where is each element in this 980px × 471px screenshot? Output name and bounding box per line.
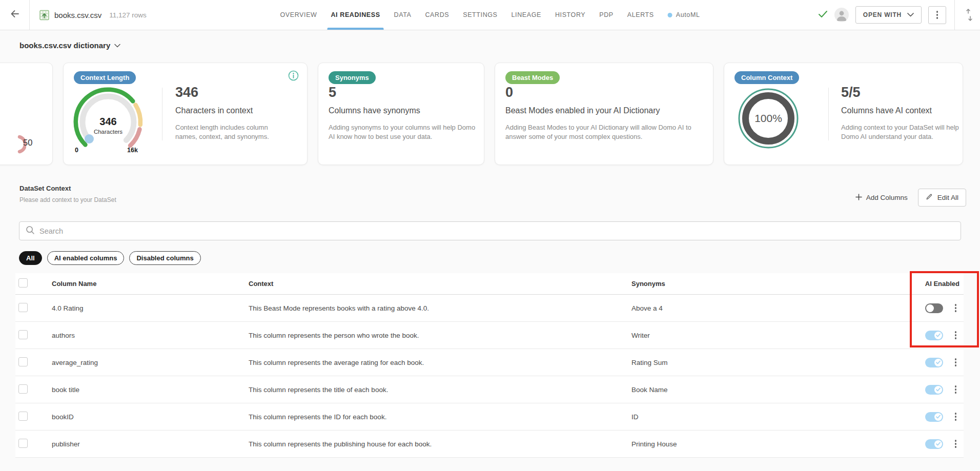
row-checkbox[interactable]: [18, 412, 28, 421]
ai-enabled-toggle[interactable]: [925, 303, 943, 313]
row-menu-kebab-icon[interactable]: [954, 439, 958, 449]
gauge-axis-min: 0: [75, 147, 78, 154]
dataset-context-actions: Add Columns Edit All: [855, 189, 966, 206]
tab-overview[interactable]: OVERVIEW: [280, 0, 317, 30]
column-context-stats: 5/5 Columns have AI context Adding conte…: [841, 86, 962, 141]
row-menu-kebab-icon[interactable]: [954, 357, 958, 367]
partial-gauge-value: 50: [23, 138, 32, 148]
tab-lineage[interactable]: LINEAGE: [512, 0, 541, 30]
tab-label: SETTINGS: [463, 11, 497, 18]
summary-card-beast-modes: Beast Modes 0 Beast Modes enabled in you…: [495, 63, 713, 165]
section-title: DataSet Context: [19, 185, 116, 192]
filter-pill-ai-enabled-columns[interactable]: AI enabled columns: [47, 251, 125, 265]
stat-value: 5: [329, 86, 478, 99]
row-checkbox[interactable]: [18, 357, 28, 366]
row-menu-kebab-icon[interactable]: [954, 330, 958, 340]
synonyms-cell: Book Name: [629, 386, 906, 394]
filter-pill-all[interactable]: All: [19, 251, 42, 265]
row-checkbox[interactable]: [18, 439, 28, 448]
ai-enabled-toggle[interactable]: [925, 331, 943, 340]
ai-enabled-cell: [906, 330, 964, 340]
ai-enabled-toggle[interactable]: [925, 358, 943, 367]
edit-all-button[interactable]: Edit All: [918, 189, 966, 207]
user-avatar[interactable]: [834, 8, 849, 22]
column-name-cell: publisher: [49, 440, 246, 448]
tab-automl[interactable]: AutoML: [668, 0, 700, 30]
column-context-donut: 100%: [737, 87, 800, 150]
row-menu-kebab-icon[interactable]: [954, 303, 958, 313]
column-header-synonyms: Synonyms: [629, 280, 906, 288]
column-header-name: Column Name: [49, 280, 246, 288]
card-divider: [828, 88, 829, 140]
stat-label: Beast Modes enabled in your AI Dictionar…: [505, 106, 709, 115]
row-checkbox[interactable]: [18, 384, 28, 394]
info-icon[interactable]: [288, 70, 299, 83]
ai-enabled-cell: [906, 439, 964, 449]
ai-enabled-cell: [906, 384, 964, 395]
tab-alerts[interactable]: ALERTS: [627, 0, 654, 30]
gauge-axis-max: 16k: [127, 147, 138, 154]
summary-card-partial: 50: [0, 63, 53, 165]
filter-pills: AllAI enabled columnsDisabled columns: [19, 251, 201, 265]
table-row-authors: authorsThis column represents the person…: [15, 322, 964, 349]
tab-label: AutoML: [676, 11, 700, 18]
tab-ai-readiness[interactable]: AI READINESS: [331, 0, 380, 30]
stat-description: Adding context to your DataSet will help…: [841, 123, 962, 141]
dataset-context-header: DataSet Context Please add context to yo…: [19, 185, 116, 203]
column-name-cell: 4.0 Rating: [49, 304, 246, 312]
context-cell: This column represents the publishing ho…: [246, 440, 629, 448]
ai-enabled-toggle[interactable]: [925, 385, 943, 395]
synonyms-cell: Rating Sum: [629, 359, 906, 366]
tab-label: OVERVIEW: [280, 11, 317, 18]
tab-label: ALERTS: [627, 11, 654, 18]
tab-label: AI READINESS: [331, 11, 380, 18]
page-title: books.csv.csv dictionary: [19, 41, 110, 50]
filter-pill-disabled-columns[interactable]: Disabled columns: [129, 251, 200, 265]
top-bar-left: books.csv.csv 11,127 rows: [0, 0, 147, 30]
row-menu-kebab-icon[interactable]: [954, 384, 958, 395]
more-options-button[interactable]: [928, 6, 946, 24]
ai-enabled-toggle[interactable]: [925, 412, 943, 422]
stat-label: Characters in context: [175, 106, 294, 115]
pencil-icon: [926, 193, 933, 202]
back-button[interactable]: [0, 0, 30, 30]
ai-enabled-cell: [906, 412, 964, 422]
kebab-icon: [935, 10, 940, 20]
plus-icon: [855, 194, 862, 202]
context-cell: This Beast Mode represents books with a …: [246, 304, 629, 312]
summary-cards-row: 50 Context Length 346 Characters 0 16k 3…: [0, 63, 980, 165]
toggle-check-icon: [936, 360, 941, 364]
stat-value: 5/5: [841, 86, 962, 99]
search-input[interactable]: [39, 227, 954, 235]
tab-history[interactable]: HISTORY: [555, 0, 585, 30]
summary-card-synonyms: Synonyms 5 Columns have synonyms Adding …: [318, 63, 484, 165]
chevron-down-icon: [114, 40, 120, 50]
row-checkbox[interactable]: [18, 303, 28, 312]
dictionary-title-row[interactable]: books.csv.csv dictionary: [19, 40, 120, 50]
ai-enabled-toggle[interactable]: [925, 439, 943, 449]
tab-data[interactable]: DATA: [394, 0, 412, 30]
synonyms-cell: Printing House: [629, 440, 906, 448]
tab-pdp[interactable]: PDP: [599, 0, 614, 30]
stat-description: Adding synonyms to your columns will hel…: [329, 123, 478, 141]
row-menu-kebab-icon[interactable]: [954, 412, 958, 422]
add-columns-button[interactable]: Add Columns: [855, 194, 908, 202]
stat-value: 346: [175, 86, 294, 99]
open-with-label: OPEN WITH: [863, 11, 902, 18]
tab-cards[interactable]: CARDS: [425, 0, 449, 30]
edit-all-label: Edit All: [937, 194, 958, 201]
toggle-knob: [934, 332, 942, 339]
tab-settings[interactable]: SETTINGS: [463, 0, 497, 30]
select-all-checkbox[interactable]: [18, 278, 28, 288]
row-checkbox[interactable]: [18, 330, 28, 339]
open-with-button[interactable]: OPEN WITH: [855, 6, 922, 24]
synonyms-stats: 5 Columns have synonyms Adding synonyms …: [329, 86, 478, 141]
scroll-sort-icon[interactable]: [962, 8, 977, 22]
ai-enabled-cell: [906, 303, 964, 313]
context-length-stats: 346 Characters in context Context length…: [175, 86, 294, 141]
synonyms-cell: Above a 4: [629, 304, 906, 312]
toggle-check-icon: [936, 415, 941, 419]
table-row-publisher: publisherThis column represents the publ…: [15, 431, 964, 458]
column-name-cell: authors: [49, 332, 246, 339]
beast-modes-badge: Beast Modes: [505, 71, 560, 84]
